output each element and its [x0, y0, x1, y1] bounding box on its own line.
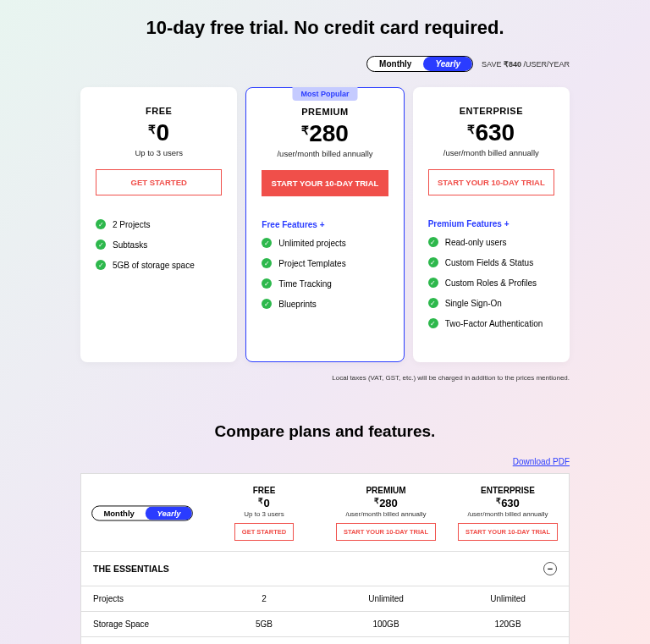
check-icon: ✓	[262, 278, 272, 289]
plan-card-enterprise: ENTERPRISE ₹630 /user/month billed annua…	[413, 87, 570, 362]
feature-text: Time Tracking	[278, 279, 331, 289]
feature-item: ✓Project Templates	[262, 258, 388, 268]
feature-item: ✓2 Projects	[96, 219, 222, 229]
plan-price: ₹280	[262, 120, 388, 147]
compare-billing-toggle[interactable]: Monthly Yearly	[91, 505, 193, 520]
table-cell: 120GB	[447, 612, 569, 636]
check-icon: ✓	[96, 219, 106, 229]
feature-header: Free Features +	[262, 220, 388, 229]
compare-title: Compare plans and features.	[0, 422, 650, 441]
start-trial-button[interactable]: START YOUR 10-DAY TRIAL	[428, 169, 554, 195]
toggle-yearly[interactable]: Yearly	[423, 57, 472, 71]
feature-text: Two-Factor Authentication	[445, 319, 543, 328]
plan-name: FREE	[96, 106, 222, 116]
feature-item: ✓Custom Fields & Status	[428, 257, 554, 267]
save-label: SAVE ₹840 /USER/YEAR	[482, 60, 570, 69]
feature-item: ✓Unlimited projects	[262, 238, 388, 248]
plan-sub: Up to 3 users	[96, 148, 222, 157]
cmp-sub: Up to 3 users	[210, 510, 318, 518]
start-trial-button[interactable]: START YOUR 10-DAY TRIAL	[336, 523, 436, 541]
plan-price: ₹630	[428, 119, 554, 146]
table-cell: 5GB	[203, 612, 325, 636]
plan-price: ₹0	[96, 119, 222, 146]
plan-card-free: FREE ₹0 Up to 3 users GET STARTED ✓2 Pro…	[80, 87, 237, 362]
download-pdf-link[interactable]: Download PDF	[513, 457, 570, 466]
start-trial-button[interactable]: START YOUR 10-DAY TRIAL	[262, 170, 388, 196]
billing-toggle[interactable]: Monthly Yearly	[366, 56, 473, 72]
table-cell: Storage Space	[81, 612, 203, 636]
cmp-sub: /user/month billed annually	[454, 510, 562, 518]
feature-text: Custom Roles & Profiles	[445, 278, 537, 288]
check-icon: ✓	[428, 278, 438, 288]
popular-badge: Most Popular	[292, 87, 357, 101]
table-cell: Project Templates	[81, 637, 203, 644]
table-cell: -	[203, 637, 325, 644]
check-icon: ✓	[428, 318, 438, 328]
compare-table: Monthly Yearly FREE ₹0 Up to 3 users GET…	[80, 473, 570, 644]
cmp-price: ₹0	[210, 497, 318, 509]
cmp-sub: /user/month billed annually	[332, 510, 440, 518]
check-icon: ✓	[428, 298, 438, 308]
table-row: Storage Space5GB100GB120GB	[81, 612, 569, 637]
toggle-monthly[interactable]: Monthly	[367, 57, 423, 71]
table-row: Project Templates-2030	[81, 637, 569, 644]
feature-item: ✓Blueprints	[262, 299, 388, 309]
feature-item: ✓Custom Roles & Profiles	[428, 278, 554, 288]
check-icon: ✓	[262, 238, 272, 248]
table-cell: 30	[447, 637, 569, 644]
cmp-price: ₹280	[332, 497, 440, 509]
plan-name: PREMIUM	[262, 107, 388, 117]
get-started-button[interactable]: GET STARTED	[234, 523, 294, 541]
get-started-button[interactable]: GET STARTED	[96, 169, 222, 195]
feature-item: ✓Time Tracking	[262, 278, 388, 289]
feature-text: Project Templates	[278, 259, 345, 268]
feature-item: ✓5GB of storage space	[96, 260, 222, 270]
plan-sub: /user/month billed annually	[262, 149, 388, 158]
tax-note: Local taxes (VAT, GST, etc.) will be cha…	[0, 374, 650, 382]
feature-text: 5GB of storage space	[113, 261, 195, 270]
table-row: Projects2UnlimitedUnlimited	[81, 586, 569, 612]
toggle-monthly[interactable]: Monthly	[92, 506, 146, 520]
start-trial-button[interactable]: START YOUR 10-DAY TRIAL	[458, 523, 558, 541]
table-cell: Unlimited	[325, 586, 447, 611]
table-cell: Unlimited	[447, 586, 569, 611]
plan-name: ENTERPRISE	[428, 106, 554, 116]
check-icon: ✓	[428, 257, 438, 267]
page-title: 10-day free trial. No credit card requir…	[0, 17, 650, 39]
feature-text: Blueprints	[278, 300, 316, 309]
table-cell: 20	[325, 637, 447, 644]
check-icon: ✓	[262, 299, 272, 309]
plan-sub: /user/month billed annually	[428, 148, 554, 157]
table-cell: Projects	[81, 586, 203, 611]
feature-text: Unlimited projects	[278, 239, 345, 248]
feature-text: Read-only users	[445, 238, 507, 247]
cmp-name: PREMIUM	[332, 486, 440, 495]
feature-item: ✓Subtasks	[96, 239, 222, 250]
feature-item: ✓Read-only users	[428, 237, 554, 247]
collapse-icon[interactable]: −	[543, 562, 557, 575]
check-icon: ✓	[428, 237, 438, 247]
cmp-price: ₹630	[454, 497, 562, 509]
cmp-name: FREE	[210, 486, 318, 495]
plan-card-premium: Most Popular PREMIUM ₹280 /user/month bi…	[245, 87, 404, 362]
feature-text: Subtasks	[113, 240, 147, 250]
toggle-yearly[interactable]: Yearly	[146, 506, 192, 520]
feature-text: Single Sign-On	[445, 299, 502, 308]
table-cell: 100GB	[325, 612, 447, 636]
check-icon: ✓	[262, 258, 272, 268]
check-icon: ✓	[96, 260, 106, 270]
feature-text: 2 Projects	[113, 220, 150, 229]
check-icon: ✓	[96, 239, 106, 250]
feature-item: ✓Two-Factor Authentication	[428, 318, 554, 328]
cmp-name: ENTERPRISE	[454, 486, 562, 495]
feature-header: Premium Features +	[428, 219, 554, 228]
feature-item: ✓Single Sign-On	[428, 298, 554, 308]
table-cell: 2	[203, 586, 325, 611]
section-label: THE ESSENTIALS	[93, 564, 169, 574]
feature-text: Custom Fields & Status	[445, 258, 533, 267]
